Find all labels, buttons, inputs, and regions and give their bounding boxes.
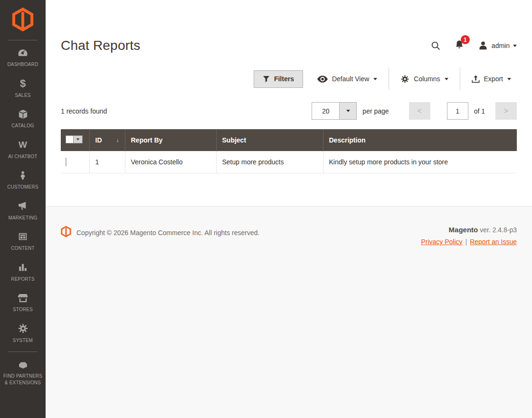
filter-funnel-icon (263, 76, 270, 83)
page-title: Chat Reports (61, 38, 140, 53)
sidebar-divider (8, 40, 38, 40)
sidebar-item-label: DASHBOARD (7, 61, 38, 68)
table-header-row: ID ↓ Report By Subject Description (61, 129, 517, 151)
columns-button[interactable]: Columns (389, 67, 459, 90)
row-checkbox[interactable] (66, 158, 66, 166)
sidebar-item-reports[interactable]: REPORTS (0, 257, 46, 288)
user-avatar-icon (478, 40, 488, 51)
sidebar-item-ai-chatbot[interactable]: W AI CHATBOT (0, 134, 46, 165)
sidebar-item-sales[interactable]: $ SALES (0, 73, 46, 104)
chevron-down-icon (373, 78, 377, 80)
version-text: Magento ver. 2.4.8-p3 (421, 226, 517, 234)
admin-username: admin (492, 42, 510, 49)
report-issue-link[interactable]: Report an Issue (470, 238, 517, 246)
column-header-subject[interactable]: Subject (216, 129, 323, 151)
chevron-down-icon (507, 78, 511, 80)
chevron-down-icon (445, 78, 448, 80)
notification-count-badge: 1 (461, 35, 470, 44)
select-all-dropdown[interactable] (66, 135, 83, 143)
sidebar-divider (8, 352, 38, 352)
sidebar-item-marketing[interactable]: MARKETING (0, 196, 46, 227)
per-page-label: per page (362, 107, 389, 115)
header-actions: 1 admin (430, 39, 517, 52)
sidebar-item-label: CUSTOMERS (7, 184, 38, 190)
sidebar-item-content[interactable]: CONTENT (0, 226, 46, 257)
sidebar-item-label: SALES (15, 92, 30, 99)
select-caret-icon (340, 102, 357, 120)
data-grid: ID ↓ Report By Subject Description (61, 129, 517, 173)
magento-logo-icon[interactable] (12, 7, 34, 34)
sidebar-item-label: MARKETING (8, 215, 37, 221)
gear-icon (400, 75, 409, 84)
previous-page-button[interactable]: < (409, 102, 430, 120)
catalog-icon (18, 108, 28, 120)
marketing-icon (18, 200, 28, 212)
sales-icon: $ (20, 78, 26, 89)
select-all-checkbox[interactable] (66, 135, 74, 143)
content-icon (18, 231, 28, 242)
sidebar-item-customers[interactable]: CUSTOMERS (0, 165, 46, 196)
stores-icon (18, 292, 28, 304)
cell-report-by: Veronica Costello (125, 151, 216, 173)
sidebar-item-label: SYSTEM (13, 337, 33, 344)
chevron-down-icon (74, 135, 83, 143)
column-header-id[interactable]: ID ↓ (89, 129, 125, 151)
link-separator: | (466, 238, 467, 246)
customers-icon (18, 170, 28, 181)
sidebar-item-dashboard[interactable]: DASHBOARD (0, 42, 46, 73)
cell-description: Kindly setup more products in your store (323, 151, 517, 173)
eye-icon (317, 76, 328, 83)
cell-subject: Setup more products (216, 151, 323, 173)
total-pages-label: of 1 (474, 107, 485, 115)
default-view-button[interactable]: Default View (306, 67, 389, 90)
page-content: Chat Reports 1 admin (46, 0, 532, 206)
per-page-select[interactable]: 20 (312, 102, 357, 120)
column-header-description[interactable]: Description (323, 129, 517, 151)
brand-name: Magento (449, 226, 478, 234)
footer: Copyright © 2026 Magento Commerce Inc. A… (46, 206, 532, 418)
records-found-text: 1 records found (61, 107, 107, 115)
search-icon[interactable] (430, 40, 441, 51)
notifications-bell-icon[interactable]: 1 (454, 39, 465, 52)
copyright-text: Copyright © 2026 Magento Commerce Inc. A… (76, 229, 259, 237)
per-page-value: 20 (312, 102, 340, 120)
app-window: DASHBOARD $ SALES CATALOG W AI CHATBOT C… (0, 0, 532, 418)
export-button[interactable]: Export (460, 67, 517, 90)
privacy-policy-link[interactable]: Privacy Policy (421, 238, 462, 246)
filters-button[interactable]: Filters (254, 70, 303, 88)
sidebar: DASHBOARD $ SALES CATALOG W AI CHATBOT C… (0, 0, 46, 418)
sidebar-item-system[interactable]: SYSTEM (0, 318, 46, 349)
system-icon (18, 323, 28, 334)
table-row[interactable]: 1 Veronica Costello Setup more products … (61, 151, 517, 173)
next-page-button[interactable]: > (495, 102, 517, 120)
sidebar-item-catalog[interactable]: CATALOG (0, 104, 46, 134)
sidebar-item-label: CONTENT (11, 245, 35, 252)
grid-toolbar: Filters Default View Columns Export (61, 67, 517, 90)
reports-icon (18, 262, 28, 273)
main-area: Chat Reports 1 admin (46, 0, 532, 418)
current-page-input[interactable] (447, 102, 468, 120)
find-partners-icon (17, 359, 29, 370)
column-header-report-by[interactable]: Report By (125, 129, 216, 151)
sidebar-item-stores[interactable]: STORES (0, 287, 46, 318)
chevron-down-icon (513, 45, 517, 47)
pagination-controls: 20 per page < of 1 > (312, 102, 517, 120)
dashboard-icon (17, 47, 28, 58)
export-icon (472, 75, 480, 83)
magento-footer-logo-icon (61, 226, 71, 239)
cell-id: 1 (89, 151, 125, 173)
admin-user-menu[interactable]: admin (478, 40, 517, 51)
sidebar-item-find-partners[interactable]: FIND PARTNERS & EXTENSIONS (0, 354, 46, 391)
sort-desc-icon: ↓ (116, 137, 119, 143)
sidebar-item-label: AI CHATBOT (8, 153, 37, 160)
sidebar-item-label: CATALOG (11, 123, 34, 129)
sidebar-item-label: REPORTS (11, 276, 35, 283)
ai-chatbot-icon: W (19, 139, 27, 151)
sidebar-item-label: STORES (13, 306, 33, 313)
sidebar-item-label: FIND PARTNERS & EXTENSIONS (3, 373, 43, 386)
